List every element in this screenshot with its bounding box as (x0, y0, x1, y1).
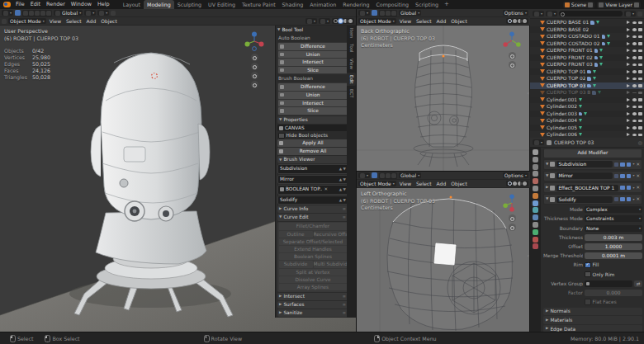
shading-rendered-icon[interactable] (348, 19, 353, 23)
separate-offset-button[interactable]: Separate Offset/Selected (279, 238, 348, 245)
menu-view[interactable]: View (398, 18, 413, 24)
tab-object-data-icon[interactable] (533, 229, 538, 235)
zoom-icon[interactable] (251, 54, 258, 61)
tab-constraints-icon[interactable] (533, 222, 538, 228)
brush-viewer-header[interactable]: ▼Brush Viewer (277, 156, 348, 163)
tab-texture-icon[interactable] (533, 243, 538, 249)
menu-add[interactable]: Add (85, 18, 98, 24)
options-dropdown[interactable]: Options▾ (503, 172, 528, 178)
gizmos-dropdown[interactable]: ▾ (305, 18, 317, 24)
visibility-icon[interactable] (632, 106, 637, 109)
hide-bool-objects-checkbox[interactable]: Hide Bool objects (277, 132, 348, 139)
shading-wireframe-icon[interactable] (508, 19, 512, 23)
render-visibility-icon[interactable] (638, 106, 642, 109)
auto-difference-button[interactable]: Difference (278, 43, 348, 50)
thickness-value[interactable]: 0.003 m (585, 234, 642, 241)
offset-value[interactable]: 1.0000 (585, 243, 642, 250)
render-visibility-icon[interactable] (638, 64, 642, 67)
selectable-icon[interactable] (627, 63, 630, 66)
pin-icon[interactable]: ◎ (638, 139, 642, 145)
shading-rendered-icon[interactable] (523, 19, 527, 23)
mode-dropdown[interactable]: Object Mode▾ (8, 18, 46, 24)
modifier-solidify[interactable]: ▼ Solidify ▾✕ (543, 194, 642, 205)
scene-selector[interactable]: Scene (563, 2, 594, 8)
shading-solid-icon[interactable] (513, 181, 517, 186)
outliner-item[interactable]: CUERPO TOP 02 (530, 75, 644, 82)
visibility-icon[interactable] (632, 98, 637, 101)
shading-material-icon[interactable] (343, 19, 348, 23)
sidebar-tab-item[interactable]: Item (347, 26, 356, 40)
outliner-item-active[interactable]: CUERPO TOP 03 (530, 82, 644, 90)
menu-view[interactable]: View (48, 18, 63, 24)
merge-threshold-value[interactable]: 0.0001 m (585, 252, 642, 259)
viewport-left-orthographic[interactable]: ▾ Global▾ Options▾ Object Mode▾ View Sel… (356, 171, 530, 333)
toggle-editmode-icon[interactable] (614, 163, 619, 167)
render-visibility-icon[interactable] (638, 112, 642, 115)
tab-tool-icon[interactable] (533, 149, 538, 155)
shading-solid-icon[interactable] (339, 19, 343, 23)
outliner-item[interactable]: CUERPO COSTADO 02 (530, 40, 644, 48)
viewport-back-orthographic[interactable]: ▾ Global▾ Options▾ Object Mode▾ View Sel… (356, 9, 530, 171)
toggle-editmode-icon[interactable] (614, 174, 619, 179)
render-visibility-icon[interactable] (638, 70, 642, 73)
workspace-tab-scripting[interactable]: Scripting (412, 0, 442, 9)
quick-modifier-solidify[interactable]: Solidify▲ ▼ (277, 196, 348, 205)
tab-object-icon[interactable] (533, 193, 538, 199)
editor-type-selector[interactable]: ▾ (533, 139, 544, 145)
outliner-search-input[interactable] (559, 11, 623, 16)
tab-particles-icon[interactable] (533, 207, 538, 213)
sanitize-panel-header[interactable]: ▶Sanitize≡ (277, 309, 348, 317)
delete-modifier-icon[interactable]: ✕ (636, 163, 640, 167)
outliner-item[interactable]: Cylinder.002 (530, 103, 644, 111)
delete-modifier-icon[interactable]: ✕ (636, 174, 640, 179)
transform-orientation-dropdown[interactable]: Global▾ (399, 10, 421, 16)
section-materials[interactable]: ▶Materials (543, 316, 642, 323)
menu-object[interactable]: Object (449, 18, 469, 24)
mode-dropdown[interactable]: Object Mode▾ (358, 181, 396, 186)
render-visibility-icon[interactable] (638, 92, 642, 95)
toggle-realtime-icon[interactable] (620, 174, 625, 179)
move-view-icon[interactable] (509, 224, 516, 231)
tab-modifiers-icon[interactable] (533, 200, 538, 206)
selectable-icon[interactable] (627, 105, 630, 108)
shading-mode-buttons[interactable] (506, 181, 528, 186)
shading-material-icon[interactable] (518, 181, 522, 186)
modifier-subdivision[interactable]: ▼ Subdivision ▾✕ (543, 159, 642, 170)
render-visibility-icon[interactable] (638, 78, 642, 81)
boundary-dropdown[interactable]: None▾ (585, 225, 642, 232)
select-mode-icons[interactable] (379, 172, 397, 179)
outliner-item[interactable]: CUERPO TOP 01 (530, 68, 644, 76)
shading-wireframe-icon[interactable] (334, 19, 338, 23)
brush-intersect-button[interactable]: Intersect (278, 100, 348, 107)
workspace-tab-shading[interactable]: Shading (279, 0, 307, 9)
render-visibility-icon[interactable] (638, 126, 642, 130)
render-visibility-icon[interactable] (638, 49, 642, 53)
shading-wireframe-icon[interactable] (508, 181, 512, 186)
visibility-icon[interactable] (632, 134, 637, 137)
tab-scene-icon[interactable] (533, 178, 538, 184)
display-mode-dropdown[interactable]: ▾ (546, 11, 557, 16)
overlays-dropdown[interactable]: ▾ (319, 18, 330, 24)
properties-subpanel-header[interactable]: ▼Properties (277, 116, 348, 124)
selectable-icon[interactable] (627, 126, 630, 130)
quick-modifier-boolean[interactable]: BOOLEAN TOP..✕▲ ▼ (277, 185, 348, 194)
navigation-gizmo[interactable] (502, 31, 522, 68)
only-rim-checkbox[interactable] (585, 271, 591, 278)
tab-render-icon[interactable] (533, 157, 538, 163)
tab-material-icon[interactable] (533, 237, 538, 243)
tab-world-icon[interactable] (533, 186, 538, 191)
menu-select[interactable]: Select (64, 18, 83, 24)
panel-collapse-arrow[interactable]: ‹ (528, 90, 529, 96)
render-visibility-icon[interactable] (638, 21, 642, 25)
shading-mode-buttons[interactable] (332, 18, 354, 24)
selectable-icon[interactable] (627, 56, 630, 59)
mode-dropdown[interactable]: Object Mode▾ (358, 18, 396, 24)
outliner-item[interactable]: Cylinder.006 (530, 131, 644, 138)
factor-value[interactable]: 0.000 (585, 290, 642, 296)
editor-type-selector[interactable]: ▾ (533, 11, 544, 16)
recursive-offset-button[interactable]: Recursive Offset (314, 231, 348, 238)
render-visibility-icon[interactable] (638, 42, 642, 45)
editor-type-selector[interactable]: ▾ (358, 10, 370, 16)
render-visibility-icon[interactable] (638, 134, 642, 137)
workspace-tab-texture-paint[interactable]: Texture Paint (239, 0, 279, 9)
